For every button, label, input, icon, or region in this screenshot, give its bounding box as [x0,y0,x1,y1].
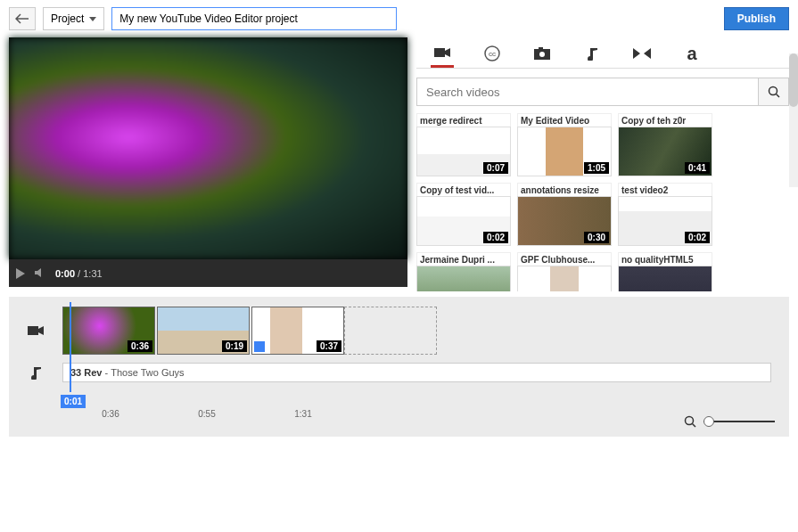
clip-thumbnail: 0:41 [618,127,712,176]
clip-thumbnail: 1:05 [517,127,612,176]
tab-text[interactable]: a [680,43,703,68]
timeline-clip[interactable]: 0:37 [251,307,344,355]
publish-button[interactable]: Publish [724,7,789,30]
timeline-drop-zone[interactable] [344,307,437,355]
media-tabs: cc a [416,37,789,69]
search-input[interactable] [416,78,759,106]
timeline-clip[interactable]: 0:36 [62,307,155,355]
volume-button[interactable] [34,266,46,281]
scrollbar[interactable] [789,53,798,187]
clip-item[interactable]: GPF Clubhouse...1:00 [517,252,612,291]
clip-duration: 1:05 [584,162,609,174]
timeline: 0:360:190:37 33 Rev - Those Two Guys 0:0… [9,297,789,437]
timeline-clip[interactable]: 0:19 [157,307,250,355]
clip-item[interactable]: Copy of test vid...0:02 [416,183,511,246]
clip-item[interactable]: no qualityHTML50:04 [618,252,712,291]
current-time: 0:00 [55,268,75,279]
tab-photos[interactable] [531,43,554,68]
clip-title: Copy of teh z0r [618,113,712,127]
clip-item[interactable]: Copy of teh z0r0:41 [618,113,712,176]
clip-item[interactable]: My Edited Video1:05 [517,113,612,176]
ruler-mark: 0:36 [62,409,159,419]
clip-duration: 0:02 [685,232,710,243]
clip-thumbnail: 0:02 [416,196,511,246]
timeline-clip-duration: 0:36 [128,340,152,352]
clip-duration: 0:30 [584,232,609,243]
clip-duration: 0:07 [483,162,508,174]
clip-title: GPF Clubhouse... [517,252,612,266]
clip-thumbnail: 1:00 [517,266,612,291]
search-button[interactable] [759,78,789,106]
preview-frame [9,37,407,259]
timeline-ruler: 0:360:551:31 [9,409,789,419]
clip-title: annotations resize [517,183,612,196]
play-button[interactable] [16,268,25,279]
clip-duration: 0:02 [483,232,508,243]
tab-audio[interactable] [580,43,604,68]
clip-title: no qualityHTML5 [618,252,712,266]
audio-clip[interactable]: 33 Rev - Those Two Guys [62,363,771,382]
video-preview: 0:00 / 1:31 [9,37,407,287]
clip-item[interactable]: merge redirect0:07 [416,113,511,176]
clip-title: My Edited Video [517,113,612,127]
tab-cc[interactable]: cc [481,43,504,68]
clip-item[interactable]: test video20:02 [618,183,712,246]
duration: 1:31 [83,268,102,279]
clip-grid: merge redirect0:07My Edited Video1:05Cop… [416,113,789,291]
clip-title: merge redirect [416,113,511,127]
tab-videos[interactable] [431,43,454,68]
svg-rect-7 [28,326,38,335]
clip-title: Jermaine Dupri ... [416,252,511,266]
svg-point-8 [686,417,694,425]
timeline-clip-duration: 0:19 [222,340,247,352]
svg-point-6 [769,87,777,95]
timeline-clip-duration: 0:37 [317,340,341,352]
project-dropdown[interactable]: Project [43,7,104,30]
player-controls: 0:00 / 1:31 [9,259,407,287]
clip-title: test video2 [618,183,712,196]
zoom-slider[interactable] [703,421,775,422]
audio-track-icon [9,365,62,380]
project-title-input[interactable] [111,7,397,30]
clip-item[interactable]: Jermaine Dupri ...0:07 [416,252,511,291]
playhead-time: 0:01 [61,395,86,408]
ruler-mark: 1:31 [255,409,351,419]
video-track-icon [9,324,62,337]
playhead[interactable]: 0:01 [70,302,71,392]
clip-title: Copy of test vid... [416,183,511,196]
clip-thumbnail: 0:30 [517,196,612,246]
zoom-icon [684,415,696,428]
svg-rect-0 [434,48,445,57]
svg-rect-5 [539,47,543,50]
clip-thumbnail: 0:02 [618,196,712,246]
clip-thumbnail: 0:07 [416,127,511,176]
svg-text:cc: cc [489,50,496,58]
clip-item[interactable]: annotations resize0:30 [517,183,612,246]
clip-duration: 0:41 [685,162,710,174]
clip-thumbnail: 0:07 [416,266,511,291]
ruler-mark: 0:55 [159,409,255,419]
clip-thumbnail: 0:04 [618,266,712,291]
svg-point-4 [539,52,545,57]
back-button[interactable] [9,7,36,30]
project-dropdown-label: Project [51,12,84,25]
tab-transitions[interactable] [630,43,654,68]
